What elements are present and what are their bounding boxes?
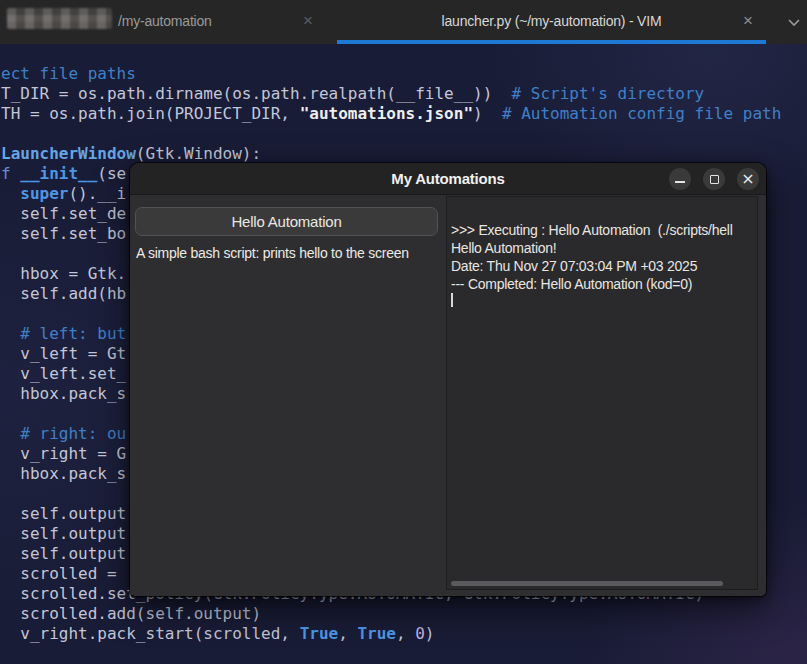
- window-titlebar[interactable]: My Automations ×: [130, 163, 766, 195]
- close-icon[interactable]: ×: [735, 0, 761, 44]
- horizontal-scrollbar[interactable]: [451, 581, 723, 586]
- tab-title: launcher.py (~/my-automation) - VIM: [337, 0, 766, 44]
- text-cursor: [451, 293, 453, 307]
- close-button[interactable]: ×: [737, 168, 759, 190]
- close-icon: ×: [741, 169, 754, 189]
- chevron-down-icon: [787, 18, 801, 27]
- code-line: scrolled.add(self.output): [1, 604, 807, 624]
- automation-description: A simple bash script: prints hello to th…: [136, 245, 441, 261]
- output-line: --- Completed: Hello Automation (kod=0): [451, 275, 757, 293]
- code-line: ect file paths: [1, 64, 807, 84]
- tab-launcher-py-vim[interactable]: launcher.py (~/my-automation) - VIM ×: [337, 0, 766, 44]
- tab-list-dropdown-button[interactable]: [781, 0, 807, 44]
- output-line: Hello Automation!: [451, 239, 757, 257]
- terminal-tabbar: /my-automation × launcher.py (~/my-autom…: [0, 0, 807, 44]
- tab-my-automation[interactable]: /my-automation ×: [0, 0, 337, 44]
- close-icon[interactable]: ×: [295, 0, 321, 44]
- output-line: Date: Thu Nov 27 07:03:04 PM +03 2025: [451, 257, 757, 275]
- active-tab-underline: [337, 40, 766, 44]
- window-body: Hello Automation A simple bash script: p…: [130, 196, 766, 596]
- minimize-button[interactable]: [669, 168, 691, 190]
- code-line: v_right.pack_start(scrolled, True, True,…: [1, 624, 807, 644]
- output-panel[interactable]: >>> Executing : Hello Automation (./scri…: [446, 196, 758, 590]
- hello-automation-button[interactable]: Hello Automation: [135, 207, 438, 236]
- code-line: LauncherWindow(Gtk.Window):: [1, 144, 807, 164]
- my-automations-window: My Automations × Hello Automation A simp…: [130, 163, 766, 596]
- output-line: >>> Executing : Hello Automation (./scri…: [451, 221, 757, 239]
- code-line: TH = os.path.join(PROJECT_DIR, "automati…: [1, 104, 807, 124]
- redacted-username-block: [7, 8, 112, 29]
- output-text: >>> Executing : Hello Automation (./scri…: [451, 221, 757, 293]
- maximize-button[interactable]: [703, 168, 725, 190]
- code-line: T_DIR = os.path.dirname(os.path.realpath…: [1, 84, 807, 104]
- code-line: [1, 124, 807, 144]
- desktop-terminal-screen: /my-automation × launcher.py (~/my-autom…: [0, 0, 807, 664]
- maximize-icon: [710, 175, 719, 184]
- minimize-icon: [675, 181, 685, 183]
- tab-title: /my-automation: [118, 0, 212, 44]
